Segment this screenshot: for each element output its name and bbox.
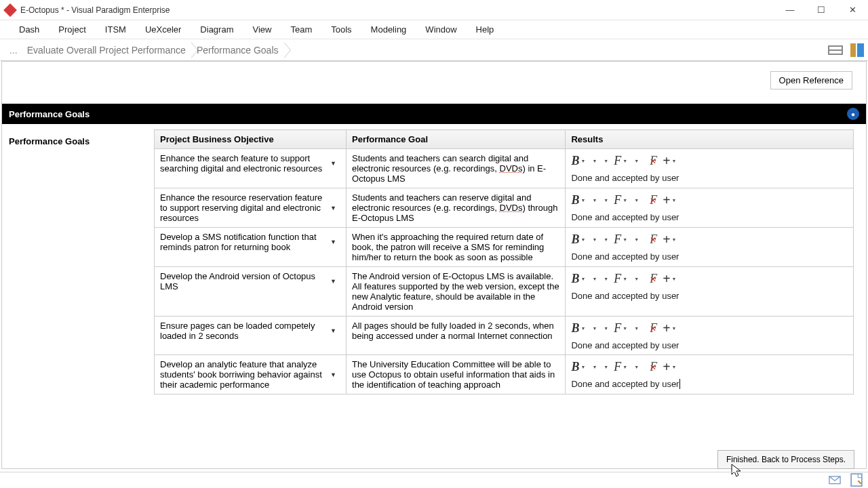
objective-cell[interactable]: Ensure pages can be loaded competely loa…: [160, 321, 340, 341]
font-icon[interactable]: F▼: [614, 321, 627, 336]
results-cell[interactable]: B▼ ▼ ▼ F▼ ▼ F✕ +▼ Done and accepted by u…: [566, 317, 854, 355]
table-icon[interactable]: ▼: [633, 326, 639, 331]
section-header: Performance Goals ●: [2, 104, 866, 124]
objective-cell[interactable]: Enhance the resource reservation feature…: [160, 192, 340, 223]
goal-cell[interactable]: Students and teachers can search digital…: [347, 149, 566, 188]
dropdown-arrow-icon[interactable]: ▼: [330, 278, 336, 285]
dropdown-arrow-icon[interactable]: ▼: [330, 205, 336, 211]
goal-cell[interactable]: When it's approaching the required retur…: [347, 228, 566, 267]
minimize-button[interactable]: —: [774, 0, 806, 20]
clear-format-icon[interactable]: F✕: [650, 272, 657, 286]
bold-icon[interactable]: B▼: [571, 193, 585, 207]
mail-icon[interactable]: [829, 475, 841, 486]
align-icon[interactable]: ▼: [591, 277, 597, 281]
breadcrumb-item[interactable]: Performance Goals: [194, 45, 287, 56]
bold-icon[interactable]: B▼: [571, 321, 585, 336]
menu-tools[interactable]: Tools: [321, 22, 361, 37]
clear-format-icon[interactable]: F✕: [650, 154, 657, 168]
table-icon[interactable]: ▼: [633, 159, 639, 163]
align-icon[interactable]: ▼: [591, 237, 597, 242]
bold-icon[interactable]: B▼: [571, 154, 585, 168]
results-cell[interactable]: B▼ ▼ ▼ F▼ ▼ F✕ +▼ Done and accepted by u…: [566, 355, 854, 394]
dropdown-arrow-icon[interactable]: ▼: [330, 160, 336, 167]
add-icon[interactable]: +▼: [663, 359, 676, 375]
bold-icon[interactable]: B▼: [571, 272, 585, 286]
goal-cell[interactable]: Students and teachers can reserve digita…: [347, 188, 566, 228]
objective-cell[interactable]: Develop an analytic feature that analyze…: [160, 359, 340, 390]
table-row: Enhance the search feature to support se…: [155, 149, 854, 188]
goal-cell[interactable]: The Android version of E-Octopus LMS is …: [347, 267, 566, 317]
menu-dash[interactable]: Dash: [9, 22, 49, 37]
list-icon[interactable]: ▼: [602, 159, 608, 163]
dropdown-arrow-icon[interactable]: ▼: [330, 327, 336, 334]
open-reference-button[interactable]: Open Reference: [770, 71, 852, 89]
results-cell[interactable]: B▼ ▼ ▼ F▼ ▼ F✕ +▼ Done and accepted by u…: [566, 267, 854, 317]
menu-uexceler[interactable]: UeXceler: [136, 22, 191, 37]
align-icon[interactable]: ▼: [591, 326, 597, 331]
table-icon[interactable]: ▼: [633, 365, 639, 369]
goal-cell[interactable]: The University Education Committee will …: [347, 355, 566, 394]
column-goal: Performance Goal: [347, 130, 566, 149]
clear-format-icon[interactable]: F✕: [650, 193, 657, 207]
menu-itsm[interactable]: ITSM: [96, 22, 136, 37]
menu-view[interactable]: View: [243, 22, 281, 37]
objective-cell[interactable]: Develop the Android version of Octopus L…: [160, 271, 340, 291]
goal-cell[interactable]: All pages should be fully loaded in 2 se…: [347, 317, 566, 355]
table-icon[interactable]: ▼: [633, 277, 639, 281]
font-icon[interactable]: F▼: [614, 272, 627, 286]
add-icon[interactable]: +▼: [663, 232, 676, 247]
section-title: Performance Goals: [9, 109, 90, 119]
dropdown-arrow-icon[interactable]: ▼: [330, 371, 336, 378]
align-icon[interactable]: ▼: [591, 365, 597, 369]
font-icon[interactable]: F▼: [614, 232, 627, 247]
menu-window[interactable]: Window: [416, 22, 466, 37]
bold-icon[interactable]: B▼: [571, 232, 585, 247]
perspective-icon[interactable]: [827, 42, 844, 58]
add-icon[interactable]: +▼: [663, 192, 676, 208]
collapse-section-icon[interactable]: ●: [847, 108, 859, 120]
align-icon[interactable]: ▼: [591, 159, 597, 163]
column-objective: Project Business Objective: [155, 130, 347, 149]
layout-toggle-icon[interactable]: [849, 42, 865, 58]
menu-diagram[interactable]: Diagram: [191, 22, 243, 37]
add-icon[interactable]: +▼: [663, 271, 676, 287]
breadcrumb-root[interactable]: ...: [3, 45, 24, 56]
menu-project[interactable]: Project: [49, 22, 95, 37]
table-icon[interactable]: ▼: [633, 198, 639, 203]
add-icon[interactable]: +▼: [663, 153, 676, 169]
result-text: Done and accepted by user: [571, 379, 848, 389]
objective-cell[interactable]: Develop a SMS notification function that…: [160, 232, 340, 252]
menu-team[interactable]: Team: [281, 22, 321, 37]
list-icon[interactable]: ▼: [602, 198, 608, 203]
bold-icon[interactable]: B▼: [571, 360, 585, 374]
results-cell[interactable]: B▼ ▼ ▼ F▼ ▼ F✕ +▼ Done and accepted by u…: [566, 149, 854, 188]
maximize-button[interactable]: ☐: [806, 0, 837, 20]
clear-format-icon[interactable]: F✕: [650, 321, 657, 336]
dropdown-arrow-icon[interactable]: ▼: [330, 239, 336, 245]
result-text: Done and accepted by user: [571, 212, 848, 222]
align-icon[interactable]: ▼: [591, 198, 597, 203]
list-icon[interactable]: ▼: [602, 237, 608, 242]
list-icon[interactable]: ▼: [602, 326, 608, 331]
font-icon[interactable]: F▼: [614, 360, 627, 374]
objective-cell[interactable]: Enhance the search feature to support se…: [160, 153, 340, 174]
results-cell[interactable]: B▼ ▼ ▼ F▼ ▼ F✕ +▼ Done and accepted by u…: [566, 188, 854, 228]
result-text: Done and accepted by user: [571, 340, 848, 350]
results-cell[interactable]: B▼ ▼ ▼ F▼ ▼ F✕ +▼ Done and accepted by u…: [566, 228, 854, 267]
font-icon[interactable]: F▼: [614, 154, 627, 168]
breadcrumb-item[interactable]: Evaluate Overall Project Performance: [24, 45, 194, 56]
menu-modeling[interactable]: Modeling: [361, 22, 416, 37]
add-icon[interactable]: +▼: [663, 321, 676, 336]
list-icon[interactable]: ▼: [602, 277, 608, 281]
menu-help[interactable]: Help: [467, 22, 504, 37]
result-text: Done and accepted by user: [571, 173, 848, 183]
goals-table: Project Business Objective Performance G…: [154, 129, 854, 394]
close-button[interactable]: ✕: [837, 0, 868, 20]
clear-format-icon[interactable]: F✕: [650, 360, 657, 374]
table-icon[interactable]: ▼: [633, 237, 639, 242]
note-icon[interactable]: [850, 475, 863, 486]
clear-format-icon[interactable]: F✕: [650, 232, 657, 247]
list-icon[interactable]: ▼: [602, 365, 608, 369]
font-icon[interactable]: F▼: [614, 193, 627, 207]
result-text: Done and accepted by user: [571, 291, 848, 301]
